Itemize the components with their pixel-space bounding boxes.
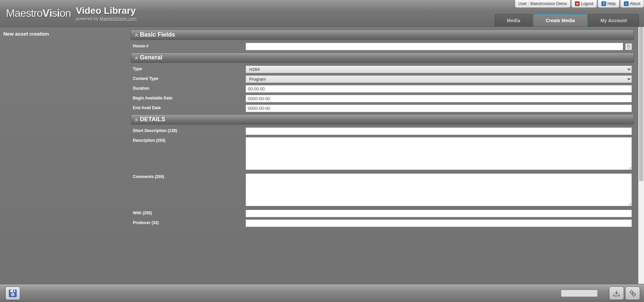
section-basic-fields[interactable]: Basic Fields xyxy=(131,30,634,40)
house-input[interactable] xyxy=(246,43,623,50)
about-label: About xyxy=(630,1,640,6)
collapse-icon xyxy=(135,33,139,37)
sidebar: New asset creation xyxy=(0,27,131,284)
end-date-input[interactable] xyxy=(246,104,632,112)
download-tray-icon xyxy=(612,289,621,297)
section-title: General xyxy=(140,54,162,61)
type-select[interactable]: H264 xyxy=(246,66,632,73)
logout-button[interactable]: ✕ Logout xyxy=(571,0,597,8)
comments-label: Comments (255) * xyxy=(133,173,246,179)
begin-date-label: Begin Available Date xyxy=(133,95,246,100)
desc-label: Description (255) * xyxy=(133,137,246,143)
footer-action-1[interactable] xyxy=(609,287,624,300)
page-title: New asset creation xyxy=(3,31,127,37)
user-label-text: User : Maestrovision Demo xyxy=(519,1,567,6)
save-button[interactable] xyxy=(5,287,20,300)
with-input[interactable] xyxy=(246,210,632,217)
collapse-icon xyxy=(135,118,139,122)
content-type-label: Content Type xyxy=(133,75,246,81)
house-lookup-button[interactable] xyxy=(625,43,632,50)
tab-my-account[interactable]: My Account xyxy=(588,14,639,27)
duration-label: Duration xyxy=(133,85,246,91)
short-desc-input[interactable] xyxy=(246,127,632,135)
scrollbar-thumb[interactable] xyxy=(639,27,643,181)
duration-input[interactable] xyxy=(246,85,632,93)
comments-textarea[interactable] xyxy=(246,173,632,206)
logout-label: Logout xyxy=(581,1,593,6)
house-label: House # * xyxy=(133,43,246,48)
help-icon: ? xyxy=(601,1,606,6)
info-icon: i xyxy=(624,1,629,6)
content-type-select[interactable]: Program xyxy=(246,75,632,83)
svg-point-7 xyxy=(633,293,635,296)
scrollbar[interactable] xyxy=(638,27,644,284)
section-title: Basic Fields xyxy=(140,31,175,38)
app-subtitle: powered by MaestroVision.com xyxy=(76,16,137,21)
app-title: Video Library xyxy=(76,5,137,16)
user-label: User : Maestrovision Demo xyxy=(515,0,571,8)
tab-create-media[interactable]: Create Media xyxy=(534,14,587,27)
close-icon: ✕ xyxy=(575,1,580,6)
tab-media[interactable]: Media xyxy=(495,14,532,27)
svg-rect-3 xyxy=(13,290,14,292)
collapse-icon xyxy=(135,56,139,60)
lookup-icon xyxy=(627,45,631,49)
help-label: Help xyxy=(607,1,616,6)
section-details[interactable]: DETAILS xyxy=(131,114,634,125)
svg-point-6 xyxy=(630,291,633,294)
with-label: With (255) xyxy=(133,210,246,215)
footer-action-2[interactable] xyxy=(625,287,640,300)
type-label: Type xyxy=(133,66,246,71)
short-desc-label: Short Description (128) xyxy=(133,127,246,133)
svg-rect-2 xyxy=(10,290,15,292)
help-button[interactable]: ? Help xyxy=(598,0,620,8)
svg-point-5 xyxy=(12,294,13,295)
begin-date-input[interactable] xyxy=(246,95,632,102)
end-date-label: End Avail Date xyxy=(133,104,246,110)
subtitle-link[interactable]: MaestroVision.com xyxy=(100,16,137,21)
logo: MaestroVision xyxy=(6,7,71,19)
floppy-disk-icon xyxy=(8,289,17,298)
producer-label: Producer (32) xyxy=(133,219,246,225)
gears-icon xyxy=(629,289,637,297)
footer-toolbar xyxy=(0,284,644,302)
footer-search-input[interactable] xyxy=(561,290,598,297)
section-title: DETAILS xyxy=(140,116,165,123)
form-area: Basic Fields House # * General xyxy=(131,27,644,284)
section-general[interactable]: General xyxy=(131,52,634,63)
desc-textarea[interactable] xyxy=(246,137,632,170)
about-button[interactable]: i About xyxy=(620,0,644,8)
producer-input[interactable] xyxy=(246,219,632,227)
subtitle-prefix: powered by xyxy=(76,16,100,21)
